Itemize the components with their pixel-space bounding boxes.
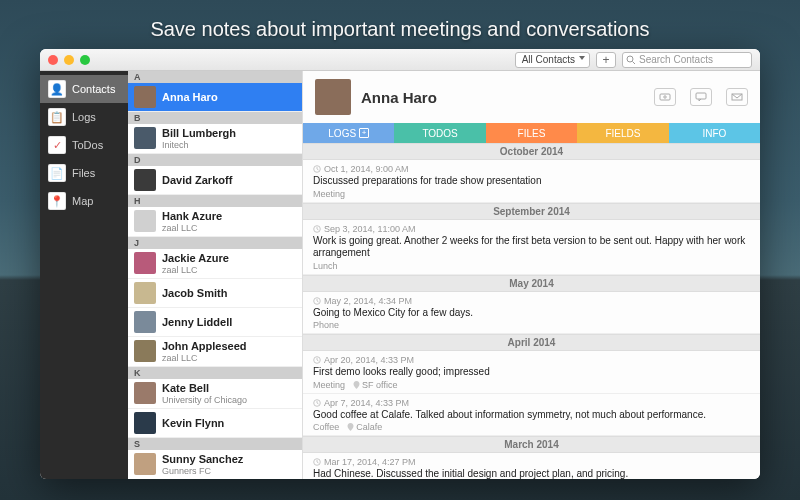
log-entry[interactable]: May 2, 2014, 4:34 PMGoing to Mexico City… <box>303 292 760 335</box>
detail-tabs: LOGS+ TODOS FILES FIELDS INFO <box>303 123 760 143</box>
sidebar-item-contacts[interactable]: 👤Contacts <box>40 75 128 103</box>
map-icon: 📍 <box>48 192 66 210</box>
contact-name: Jacob Smith <box>162 287 227 300</box>
titlebar: All Contacts + Search Contacts <box>40 49 760 71</box>
sidebar-item-todos[interactable]: ✓ToDos <box>40 131 128 159</box>
contact-name: Anna Haro <box>162 91 218 104</box>
sidebar-item-label: ToDos <box>72 139 103 151</box>
contact-row[interactable]: Jenny Liddell <box>128 308 302 337</box>
log-entry[interactable]: Mar 17, 2014, 4:27 PMHad Chinese. Discus… <box>303 453 760 479</box>
add-log-icon[interactable]: + <box>359 128 369 138</box>
chat-button[interactable] <box>690 88 712 106</box>
sidebar: 👤Contacts📋Logs✓ToDos📄Files📍Map <box>40 71 128 479</box>
month-header: May 2014 <box>303 275 760 292</box>
clock-icon <box>313 297 321 305</box>
contact-name: Jackie Azure <box>162 252 229 265</box>
avatar <box>134 382 156 404</box>
contact-subtitle: zaal LLC <box>162 265 229 275</box>
close-icon[interactable] <box>48 55 58 65</box>
section-header: S <box>128 438 302 450</box>
contact-name: Kate Bell <box>162 382 247 395</box>
contact-row[interactable]: Kevin Flynn <box>128 409 302 438</box>
contact-row[interactable]: Jackie Azurezaal LLC <box>128 249 302 279</box>
logs-icon: 📋 <box>48 108 66 126</box>
entry-text: Had Chinese. Discussed the initial desig… <box>313 468 750 479</box>
avatar <box>134 127 156 149</box>
clock-icon <box>313 356 321 364</box>
tab-files[interactable]: FILES <box>486 123 577 143</box>
avatar <box>134 252 156 274</box>
tab-fields[interactable]: FIELDS <box>577 123 668 143</box>
tab-logs[interactable]: LOGS+ <box>303 123 394 143</box>
location-icon <box>347 423 354 431</box>
entry-time: Apr 7, 2014, 4:33 PM <box>313 398 750 408</box>
contact-subtitle: zaal LLC <box>162 353 247 363</box>
tab-label: LOGS <box>328 128 356 139</box>
avatar <box>134 340 156 362</box>
contact-row[interactable]: Bill LumberghInitech <box>128 124 302 154</box>
minimize-icon[interactable] <box>64 55 74 65</box>
month-header: September 2014 <box>303 203 760 220</box>
filter-label: All Contacts <box>522 54 575 65</box>
search-input[interactable]: Search Contacts <box>622 52 752 68</box>
clock-icon <box>313 225 321 233</box>
filter-dropdown[interactable]: All Contacts <box>515 52 590 68</box>
todos-icon: ✓ <box>48 136 66 154</box>
contact-row[interactable]: Anna Haro <box>128 83 302 112</box>
month-header: April 2014 <box>303 334 760 351</box>
section-header: A <box>128 71 302 83</box>
contact-row[interactable]: John Appleseedzaal LLC <box>128 337 302 367</box>
location-icon <box>353 381 360 389</box>
log-entry[interactable]: Apr 20, 2014, 4:33 PMFirst demo looks re… <box>303 351 760 394</box>
avatar <box>134 311 156 333</box>
clock-icon <box>313 165 321 173</box>
contact-list: AAnna HaroBBill LumberghInitechDDavid Za… <box>128 71 303 479</box>
avatar <box>134 210 156 232</box>
svg-rect-2 <box>660 94 670 100</box>
svg-rect-4 <box>696 93 706 99</box>
log-entry[interactable]: Apr 7, 2014, 4:33 PMGood coffee at Calaf… <box>303 394 760 437</box>
contact-name: Bill Lumbergh <box>162 127 236 140</box>
section-header: D <box>128 154 302 166</box>
zoom-icon[interactable] <box>80 55 90 65</box>
log-feed: October 2014Oct 1, 2014, 9:00 AMDiscusse… <box>303 143 760 479</box>
section-header: K <box>128 367 302 379</box>
section-header: J <box>128 237 302 249</box>
app-window: All Contacts + Search Contacts 👤Contacts… <box>40 49 760 479</box>
entry-text: First demo looks really good; impressed <box>313 366 750 379</box>
entry-time: Sep 3, 2014, 11:00 AM <box>313 224 750 234</box>
sidebar-item-label: Logs <box>72 111 96 123</box>
section-header: B <box>128 112 302 124</box>
log-entry[interactable]: Sep 3, 2014, 11:00 AMWork is going great… <box>303 220 760 275</box>
tab-info[interactable]: INFO <box>669 123 760 143</box>
detail-pane: Anna Haro LOGS+ TODOS FILES FIELDS INFO … <box>303 71 760 479</box>
contact-row[interactable]: Hank Azurezaal LLC <box>128 207 302 237</box>
avatar <box>134 453 156 475</box>
contact-row[interactable]: Jacob Smith <box>128 279 302 308</box>
svg-point-3 <box>664 96 666 98</box>
contact-row[interactable]: David Zarkoff <box>128 166 302 195</box>
section-header: H <box>128 195 302 207</box>
contact-subtitle: zaal LLC <box>162 223 222 233</box>
mail-button[interactable] <box>726 88 748 106</box>
clock-icon <box>313 399 321 407</box>
sidebar-item-label: Map <box>72 195 93 207</box>
entry-time: May 2, 2014, 4:34 PM <box>313 296 750 306</box>
contact-row[interactable]: Sunny SanchezGunners FC <box>128 450 302 479</box>
sidebar-item-files[interactable]: 📄Files <box>40 159 128 187</box>
contact-name: Kevin Flynn <box>162 417 224 430</box>
phone-button[interactable] <box>654 88 676 106</box>
sidebar-item-label: Contacts <box>72 83 115 95</box>
entry-tags: Phone <box>313 320 750 330</box>
files-icon: 📄 <box>48 164 66 182</box>
log-entry[interactable]: Oct 1, 2014, 9:00 AMDiscussed preparatio… <box>303 160 760 203</box>
entry-tags: MeetingSF office <box>313 380 750 390</box>
avatar <box>134 282 156 304</box>
contact-name: John Appleseed <box>162 340 247 353</box>
sidebar-item-logs[interactable]: 📋Logs <box>40 103 128 131</box>
contact-row[interactable]: Kate BellUniversity of Chicago <box>128 379 302 409</box>
month-header: March 2014 <box>303 436 760 453</box>
add-contact-button[interactable]: + <box>596 52 616 68</box>
sidebar-item-map[interactable]: 📍Map <box>40 187 128 215</box>
tab-todos[interactable]: TODOS <box>394 123 485 143</box>
